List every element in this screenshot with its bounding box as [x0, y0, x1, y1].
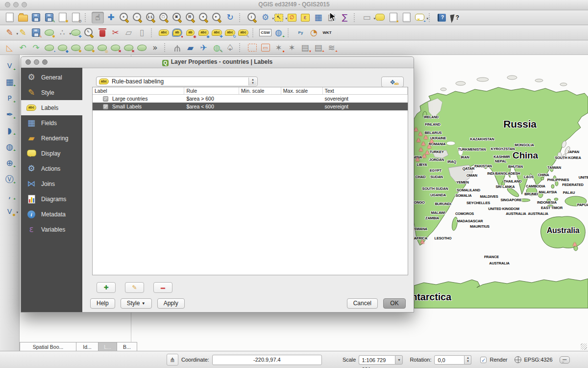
sidebar-item-actions[interactable]: ⚙Actions: [21, 161, 82, 176]
pan-map-button[interactable]: ☝: [92, 12, 104, 24]
crs-status-button[interactable]: EPSG:4326: [524, 357, 553, 363]
composer-manager-button[interactable]: ⚙: [70, 12, 82, 24]
zoom-in-button[interactable]: +: [118, 12, 130, 24]
add-web-service-button[interactable]: ◍+: [272, 27, 285, 39]
sidebar-item-variables[interactable]: εVariables: [21, 222, 82, 237]
layers-add-button[interactable]: ≋+: [325, 42, 338, 53]
redo-button[interactable]: ↷: [30, 42, 42, 53]
coordinate-input[interactable]: -220.9,97.4: [212, 355, 322, 365]
tracking-icon-button[interactable]: ⋔: [167, 354, 178, 366]
labeling-mode-select[interactable]: abc Rule-based labeling ▲▼: [96, 77, 258, 86]
sum-statistics-button[interactable]: ∑: [339, 12, 351, 24]
add-rule-button[interactable]: ✚: [97, 282, 116, 293]
move-label-button[interactable]: abc✚: [211, 27, 223, 39]
offset-curve-button[interactable]: ✎: [83, 27, 95, 39]
undo-button[interactable]: ↶: [17, 42, 29, 53]
toolbar-overflow-chevron[interactable]: »: [149, 42, 161, 53]
save-project-button[interactable]: [30, 12, 42, 24]
save-project-as-button[interactable]: ✎: [43, 12, 55, 24]
refresh-button[interactable]: ↻: [224, 12, 236, 24]
statistical-summary-button[interactable]: ▥: [325, 12, 338, 24]
run-feature-action-button[interactable]: ⚙▾: [259, 12, 271, 24]
rotation-stepper-icon[interactable]: ▲▼: [465, 355, 471, 365]
select-features-button[interactable]: ↖▾: [272, 12, 285, 24]
sidebar-item-rendering[interactable]: ▰Rendering: [21, 131, 82, 146]
measure-button[interactable]: ▭▾: [361, 12, 373, 24]
sidebar-item-diagrams[interactable]: Diagrams: [21, 191, 82, 207]
change-label-button[interactable]: abc✎: [237, 27, 249, 39]
identify-features-button[interactable]: i: [246, 12, 258, 24]
layer-labeling-options-button[interactable]: abc: [158, 27, 170, 39]
sidebar-item-labels[interactable]: abcLabels: [21, 100, 82, 115]
rule-checkbox[interactable]: ✓: [103, 96, 108, 102]
cancel-button[interactable]: Cancel: [347, 298, 378, 309]
add-vector-layer-button[interactable]: V+: [3, 60, 16, 72]
world-map[interactable]: IRELANDFINLANDRussiaBELARUSUKRAINEKAZAKH…: [414, 55, 588, 351]
metasearch-csw-button[interactable]: CSW: [259, 27, 271, 39]
sidebar-item-general[interactable]: ⚙General: [21, 70, 82, 85]
zoom-last-button[interactable]: ◂: [197, 12, 210, 24]
reshape-features-button[interactable]: [136, 42, 148, 53]
apply-button[interactable]: Apply: [157, 298, 185, 309]
deselect-features-button[interactable]: ∅: [286, 12, 298, 24]
panel-tab-b[interactable]: B...: [117, 342, 137, 351]
automated-placement-button[interactable]: ❖ ab: [381, 77, 404, 87]
add-wcs-layer-button[interactable]: Ⓥ+: [3, 173, 16, 185]
pan-to-selection-button[interactable]: ✚: [105, 12, 117, 24]
help-contents-button[interactable]: ?: [436, 12, 448, 24]
cut-features-button[interactable]: ✂: [109, 27, 122, 39]
highlight-pinned-labels-button[interactable]: abc◉: [197, 27, 210, 39]
rule-checkbox[interactable]: ✓: [103, 104, 108, 109]
add-delimited-text-layer-button[interactable]: ,+: [3, 189, 16, 201]
remove-rule-button[interactable]: ▬: [153, 282, 172, 293]
toggle-editing-button[interactable]: ✎: [17, 27, 29, 39]
panel-tab-id[interactable]: Id...: [76, 342, 98, 351]
zoom-to-selection-button[interactable]: ▣: [171, 12, 183, 24]
add-oracle-layer-button[interactable]: ◍+: [3, 141, 16, 153]
copy-features-button[interactable]: ▱: [122, 27, 135, 39]
sidebar-item-style[interactable]: ✎Style: [21, 85, 82, 100]
zoom-to-layer-button[interactable]: ▤: [184, 12, 196, 24]
new-composer-button[interactable]: ✱: [56, 12, 69, 24]
zoom-next-button[interactable]: ▸: [211, 12, 223, 24]
delete-ring-button[interactable]: ✖: [109, 42, 122, 53]
pin-unpin-labels-button[interactable]: ab◉: [184, 27, 196, 39]
mapbook-add-button[interactable]: ▤+: [312, 42, 324, 53]
spade-button[interactable]: ♤: [224, 42, 236, 53]
text-annotation-button[interactable]: +▾: [414, 12, 426, 24]
sidebar-item-joins[interactable]: ⋈Joins: [21, 176, 82, 191]
add-postgis-layer-button[interactable]: P+: [3, 92, 16, 104]
split-features-button[interactable]: Ψ: [171, 42, 183, 53]
delete-part-button[interactable]: ✖: [122, 42, 135, 53]
rule-row[interactable]: ✓Large countries$area > 600sovereignt: [93, 95, 408, 103]
mapbook-down-button[interactable]: ▤▾: [299, 42, 311, 53]
open-project-button[interactable]: [17, 12, 29, 24]
resize-grip[interactable]: [581, 343, 587, 350]
labeling-button[interactable]: ab●: [171, 27, 183, 39]
rocket-button[interactable]: ✈: [197, 42, 210, 53]
scale-dropdown-icon[interactable]: ▾: [395, 355, 403, 365]
render-checkbox[interactable]: ✓: [480, 357, 487, 363]
current-edits-button[interactable]: ✎▾: [3, 27, 16, 39]
add-spatialite-layer-button[interactable]: ✒+: [3, 108, 16, 120]
python-console-button[interactable]: Py: [294, 27, 307, 39]
panel-tab-l[interactable]: L...: [98, 342, 117, 351]
extent-select-button[interactable]: [246, 42, 258, 53]
add-raster-layer-button[interactable]: ▦+: [3, 76, 16, 88]
help-button[interactable]: Help: [90, 298, 115, 309]
add-feature-button[interactable]: ✱: [43, 27, 55, 39]
ok-button[interactable]: OK: [383, 298, 406, 309]
rules-table[interactable]: LabelRuleMin. scaleMax. scaleText✓Large …: [92, 87, 408, 275]
add-part-button[interactable]: ✱: [83, 42, 95, 53]
map-tips-button[interactable]: [374, 12, 386, 24]
new-shapefile-layer-button[interactable]: V✱▾: [3, 206, 16, 217]
panel-tab-spatialboo[interactable]: Spatial Boo...: [20, 342, 76, 351]
scale-combo[interactable]: 1:106 729 001 ▾: [359, 355, 403, 365]
sidebar-item-display[interactable]: Display: [21, 146, 82, 161]
simplify-feature-button[interactable]: ◆: [56, 42, 69, 53]
dialog-titlebar[interactable]: QLayer Properties - countries | Labels: [21, 57, 414, 68]
move-feature-button[interactable]: ✚: [70, 27, 82, 39]
show-bookmarks-button[interactable]: [400, 12, 413, 24]
rotation-spinbox[interactable]: 0,0 ▲▼: [434, 355, 471, 365]
extent-frame-button[interactable]: ▭: [259, 42, 271, 53]
